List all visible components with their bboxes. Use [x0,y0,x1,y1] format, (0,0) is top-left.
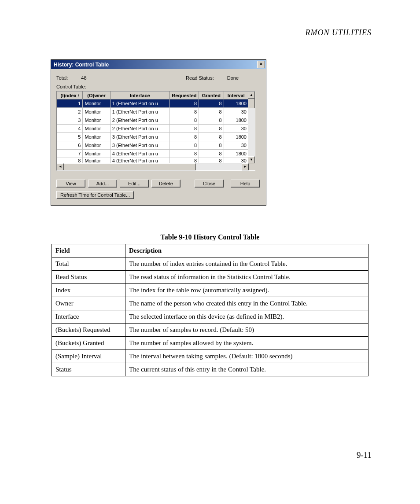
table-row[interactable]: 2Monitor1 (EtherNet Port on u8830 [57,108,248,116]
table-cell: 8 [169,141,199,150]
table-cell: 8 [169,108,199,116]
table-cell: Monitor [83,158,110,163]
table-cell: 8 [199,141,224,150]
close-button[interactable]: Close [195,180,224,188]
table-cell: 8 [199,99,224,108]
delete-button[interactable]: Delete [151,180,181,188]
hscroll-track[interactable] [64,163,242,170]
table-cell: 5 [57,133,83,141]
table-cell: 1800 [224,116,248,125]
control-table-label: Control Table: [56,84,261,89]
col-index-header[interactable]: (I)ndex / [57,92,83,99]
table-cell: 3 (EtherNet Port on u [110,133,169,141]
table-cell: 8 [169,150,199,158]
table-row[interactable]: 3Monitor2 (EtherNet Port on u881800 [57,116,248,125]
table-cell: 2 (EtherNet Port on u [110,125,169,133]
table-cell: 30 [224,158,248,163]
doc-table-row: StatusThe current status of this entry i… [52,363,368,376]
table-cell: 1 (EtherNet Port on u [110,108,169,116]
table-cell: 8 [199,150,224,158]
table-cell: 2 (EtherNet Port on u [110,116,169,125]
doc-desc-cell: The number of index entries contained in… [125,258,368,271]
scroll-right-icon[interactable]: ► [242,163,249,170]
col-interface-header[interactable]: Interface [110,92,169,99]
hscroll-thumb[interactable] [64,163,196,170]
vscroll-thumb[interactable] [248,99,255,108]
doc-table-row: Read StatusThe read status of informatio… [52,271,368,284]
doc-field-cell: (Buckets) Requested [52,324,125,337]
table-row[interactable]: 5Monitor3 (EtherNet Port on u881800 [57,133,248,141]
col-owner-header[interactable]: (O)wner [83,92,110,99]
col-granted-header[interactable]: Granted [199,92,224,99]
table-cell: 7 [57,150,83,158]
field-description-table: Field Description TotalThe number of ind… [52,244,368,376]
doc-field-cell: Interface [52,310,125,324]
table-cell: 8 [199,116,224,125]
refresh-time-button[interactable]: Refresh Time for Control Table... [56,191,134,199]
table-cell: 8 [169,133,199,141]
doc-table-row: (Buckets) RequestedThe number of samples… [52,324,368,337]
doc-field-cell: Total [52,258,125,271]
scroll-left-icon[interactable]: ◄ [57,163,64,170]
table-cell: 2 [57,108,83,116]
total-value: 48 [81,75,86,81]
doc-table-row: OwnerThe name of the person who created … [52,297,368,310]
doc-table-row: (Sample) IntervalThe interval between ta… [52,350,368,363]
page-header-text: RMON UTILITIES [305,28,372,37]
scroll-down-icon[interactable]: ▼ [248,156,255,163]
col-interval-header[interactable]: Interval [224,92,248,99]
horizontal-scrollbar[interactable]: ◄ ► [57,163,256,170]
doc-table-row: (Buckets) GrantedThe number of samples a… [52,337,368,350]
table-cell: 4 [57,125,83,133]
dialog-titlebar[interactable]: History: Control Table × [51,60,266,69]
dialog-title: History: Control Table [54,62,257,68]
scroll-up-icon[interactable]: ▲ [248,92,255,99]
table-cell: Monitor [83,108,110,116]
table-cell: 8 [169,99,199,108]
table-cell: 8 [199,133,224,141]
doc-field-cell: (Sample) Interval [52,350,125,363]
table-cell: 1800 [224,99,248,108]
table-row[interactable]: 6Monitor3 (EtherNet Port on u8830 [57,141,248,150]
read-status-value: Done [227,75,239,81]
table-row[interactable]: 4Monitor2 (EtherNet Port on u8830 [57,125,248,133]
table-cell: Monitor [83,150,110,158]
total-label: Total: [56,75,68,81]
table-row[interactable]: 1Monitor1 (EtherNet Port on u881800 [57,99,248,108]
view-button[interactable]: View [56,180,85,188]
add-button[interactable]: Add... [88,180,117,188]
help-button[interactable]: Help [231,180,260,188]
table-row[interactable]: 7Monitor4 (EtherNet Port on u881800 [57,150,248,158]
read-status-label: Read Status: [186,75,214,81]
table-cell: Monitor [83,125,110,133]
close-icon[interactable]: × [257,61,265,68]
doc-field-cell: Read Status [52,271,125,284]
doc-desc-cell: The number of samples to record. (Defaul… [125,324,368,337]
table-cell: 30 [224,125,248,133]
vertical-scrollbar[interactable]: ▲ ▼ [248,92,255,163]
table-cell: Monitor [83,99,110,108]
table-cell: 8 [199,125,224,133]
table-cell: 4 (EtherNet Port on u [110,150,169,158]
doc-col-field: Field [52,244,125,258]
doc-field-cell: Owner [52,297,125,310]
doc-desc-cell: The current status of this entry in the … [125,363,368,376]
doc-desc-cell: The index for the table row (automatical… [125,284,368,297]
table-cell: 1 [57,99,83,108]
vscroll-track[interactable] [248,99,255,156]
col-requested-header[interactable]: Requested [169,92,199,99]
table-caption: Table 9-10 History Control Table [0,233,420,241]
table-cell: 1 (EtherNet Port on u [110,99,169,108]
doc-table-row: IndexThe index for the table row (automa… [52,284,368,297]
table-row[interactable]: 8Monitor4 (EtherNet Port on u8830 [57,158,248,163]
doc-table-row: InterfaceThe selected interface on this … [52,310,368,324]
doc-desc-cell: The interval between taking samples. (De… [125,350,368,363]
control-table[interactable]: (I)ndex / (O)wner Interface Requested Gr… [57,92,248,163]
edit-button[interactable]: Edit... [120,180,149,188]
history-control-dialog: History: Control Table × Total: 48 Read … [51,59,266,206]
doc-col-description: Description [125,244,368,258]
table-cell: 30 [224,141,248,150]
table-header-row[interactable]: (I)ndex / (O)wner Interface Requested Gr… [57,92,248,99]
table-cell: 30 [224,108,248,116]
doc-desc-cell: The number of samples allowed by the sys… [125,337,368,350]
